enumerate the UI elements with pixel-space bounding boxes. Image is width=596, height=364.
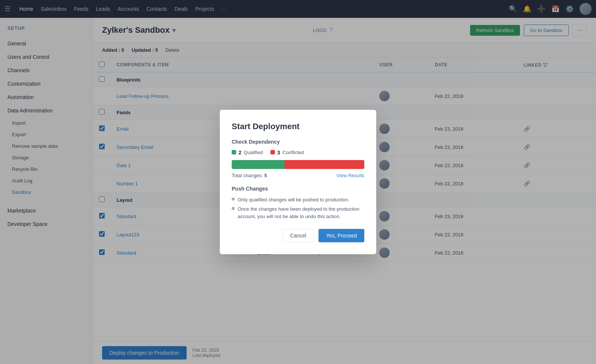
qualified-legend: 2 Qualified bbox=[232, 149, 263, 156]
modal-title: Start Deployment bbox=[232, 122, 364, 131]
push-note-1: Only qualified changes will be pushed to… bbox=[232, 196, 364, 204]
check-dependency-label: Check Dependency bbox=[232, 139, 364, 145]
conflicted-legend: 3 Conflicted bbox=[270, 149, 304, 156]
total-changes-row: Total changes: 5 View Results bbox=[232, 173, 364, 178]
progress-qualified-segment bbox=[232, 160, 285, 169]
proceed-button[interactable]: Yes, Proceed bbox=[318, 229, 364, 242]
progress-bar bbox=[232, 160, 364, 169]
cancel-button[interactable]: Cancel bbox=[282, 229, 314, 242]
modal-overlay[interactable]: Start Deployment Check Dependency 2 Qual… bbox=[0, 0, 596, 364]
total-changes-text: Total changes: 5 bbox=[232, 173, 267, 178]
conflicted-dot bbox=[270, 150, 275, 154]
qualified-label: Qualified bbox=[244, 150, 263, 155]
push-note-dot-2 bbox=[232, 207, 235, 210]
view-results-link[interactable]: View Results bbox=[336, 173, 364, 178]
push-changes-label: Push Changes bbox=[232, 186, 364, 192]
start-deployment-modal: Start Deployment Check Dependency 2 Qual… bbox=[220, 110, 376, 255]
push-note-text-1: Only qualified changes will be pushed to… bbox=[238, 196, 349, 204]
push-note-text-2: Once the changes have been deployed to t… bbox=[238, 205, 364, 220]
qualified-count: 2 bbox=[238, 149, 241, 156]
total-changes-label: Total changes: bbox=[232, 173, 263, 178]
push-changes-section: Push Changes Only qualified changes will… bbox=[232, 186, 364, 220]
conflicted-label: Conflicted bbox=[282, 150, 304, 155]
qualified-dot bbox=[232, 150, 236, 154]
progress-conflicted-segment bbox=[285, 160, 364, 169]
total-changes-value: 5 bbox=[264, 173, 267, 178]
push-note-2: Once the changes have been deployed to t… bbox=[232, 205, 364, 220]
modal-actions: Cancel Yes, Proceed bbox=[232, 229, 364, 242]
conflicted-count: 3 bbox=[277, 149, 280, 156]
push-note-dot-1 bbox=[232, 198, 235, 201]
dependency-legend: 2 Qualified 3 Conflicted bbox=[232, 149, 364, 156]
